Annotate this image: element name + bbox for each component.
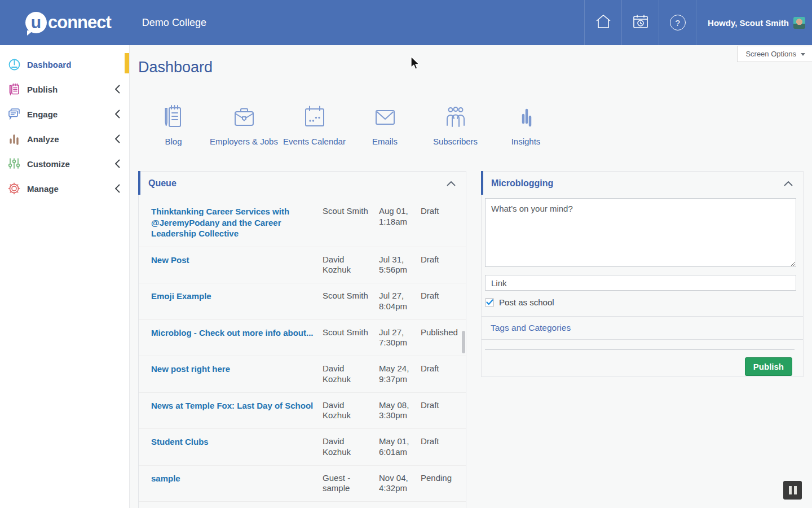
queue-scrollbar-thumb[interactable] (462, 331, 465, 353)
quicklink-label: Insights (511, 137, 541, 147)
briefcase-icon (231, 95, 258, 130)
queue-post-link[interactable]: New post right here (151, 364, 323, 375)
queue-post-author: Scout Smith (323, 291, 371, 301)
uconnect-logo[interactable]: u connect (25, 12, 111, 33)
panel-accent-bar (481, 171, 483, 195)
queue-post-date: Aug 01, 1:18am (379, 206, 413, 227)
queue-post-date: May 01, 6:01am (379, 436, 413, 458)
calendar-button[interactable] (621, 0, 659, 45)
topbar-actions: Howdy, Scout Smith (584, 0, 812, 45)
blog-icon (160, 95, 187, 130)
brand-text: connect (48, 12, 111, 33)
user-menu[interactable]: Howdy, Scout Smith (696, 0, 812, 45)
chevron-left-icon (115, 85, 120, 94)
chat-icon (7, 107, 21, 121)
queue-post-link[interactable]: Emoji Example (151, 291, 323, 302)
queue-post-date: Jul 27, 8:04pm (379, 291, 413, 312)
bar-chart-icon (7, 132, 21, 146)
queue-row: Emoji Example Scout Smith Jul 27, 8:04pm… (139, 283, 466, 319)
composer-textarea[interactable] (485, 198, 796, 267)
publish-button[interactable]: Publish (745, 357, 792, 376)
tags-and-categories-label: Tags and Categories (491, 323, 571, 332)
screen-options-button[interactable]: Screen Options (737, 46, 812, 62)
collapse-chevron-icon[interactable] (447, 181, 456, 186)
quicklink-employers-jobs[interactable]: Employers & Jobs (209, 95, 279, 147)
insights-bars-icon (513, 95, 540, 130)
quicklink-label: Employers & Jobs (210, 137, 278, 147)
sidebar-item-label: Engage (27, 110, 58, 119)
sidebar-item-manage[interactable]: Manage (0, 176, 129, 201)
queue-post-status: Draft (421, 400, 458, 410)
link-input[interactable] (485, 275, 796, 291)
post-as-school-row: Post as school (485, 297, 803, 307)
home-button[interactable] (584, 0, 621, 45)
queue-panel: Queue Thinktanking Career Services with … (138, 171, 466, 508)
panel-accent-bar (138, 171, 140, 195)
chevron-left-icon (115, 184, 120, 193)
queue-header: Queue (139, 172, 466, 195)
page-title: Dashboard (138, 59, 213, 76)
sidebar-item-analyze[interactable]: Analyze (0, 126, 129, 151)
sidebar-item-dashboard[interactable]: Dashboard (0, 52, 129, 77)
help-button[interactable] (659, 0, 696, 45)
envelope-icon (372, 95, 399, 130)
greeting-text: Howdy, Scout Smith (708, 18, 789, 28)
quicklink-emails[interactable]: Emails (350, 95, 420, 147)
sidebar-item-label: Publish (27, 85, 58, 94)
queue-title: Queue (148, 178, 176, 189)
queue-post-link[interactable]: Thinktanking Career Services with @Jerem… (151, 206, 323, 239)
publish-row: Publish (482, 350, 803, 376)
quicklink-blog[interactable]: Blog (138, 95, 209, 147)
school-name: Demo College (142, 17, 206, 29)
queue-post-author: David Kozhuk (323, 436, 371, 458)
chevron-left-icon (115, 134, 120, 143)
quicklink-label: Subscribers (433, 137, 478, 147)
quicklink-subscribers[interactable]: Subscribers (420, 95, 491, 147)
main-content: Screen Options Dashboard Blog (130, 45, 812, 508)
sidebar-item-engage[interactable]: Engage (0, 102, 129, 126)
sidebar-item-label: Manage (27, 184, 59, 194)
quicklink-events-calendar[interactable]: Events Calendar (279, 95, 350, 147)
queue-post-author: David Kozhuk (323, 255, 371, 276)
queue-post-link[interactable]: Student Clubs (151, 436, 323, 448)
pause-icon (789, 486, 792, 494)
people-icon (442, 95, 469, 130)
queue-post-author: David Kozhuk (323, 364, 371, 385)
home-icon (595, 14, 612, 32)
queue-row: sample Guest - sample Nov 04, 4:32pm Pen… (139, 465, 466, 502)
queue-post-link[interactable]: sample (151, 473, 323, 484)
chevron-left-icon (115, 159, 120, 168)
quicklink-insights[interactable]: Insights (491, 95, 561, 147)
queue-post-date: May 08, 3:30pm (379, 400, 413, 422)
queue-post-author: Scout Smith (323, 327, 371, 338)
queue-row: New post right here David Kozhuk May 24,… (139, 356, 466, 392)
queue-post-link[interactable]: News at Temple Fox: Last Day of School (151, 400, 323, 411)
queue-post-status: Draft (421, 291, 458, 300)
collapse-chevron-icon[interactable] (784, 181, 793, 186)
sidebar-item-label: Analyze (27, 134, 59, 144)
microblogging-title: Microblogging (491, 178, 553, 189)
sidebar-item-publish[interactable]: Publish (0, 77, 129, 102)
queue-post-status: Pending (421, 473, 458, 483)
gauge-icon (7, 58, 21, 71)
queue-post-status: Draft (421, 364, 458, 373)
queue-post-link[interactable]: New Post (151, 255, 323, 266)
queue-row: News at Temple Fox: Last Day of School D… (139, 392, 466, 429)
microblogging-panel: Microblogging Post as school Tags and Ca… (481, 171, 804, 377)
queue-post-status: Draft (421, 436, 458, 446)
queue-post-date: Jul 27, 7:30pm (379, 327, 413, 349)
tags-and-categories-toggle[interactable]: Tags and Categories (482, 316, 803, 340)
queue-row: New Post David Kozhuk Jul 31, 5:56pm Dra… (139, 247, 466, 283)
caret-down-icon (801, 53, 805, 56)
queue-rows: Thinktanking Career Services with @Jerem… (139, 195, 466, 508)
queue-post-author: Scout Smith (323, 206, 371, 217)
events-calendar-icon (301, 95, 328, 130)
notepad-icon (7, 82, 21, 96)
sidebar-item-customize[interactable]: Customize (0, 151, 129, 176)
pause-button[interactable] (783, 481, 802, 500)
post-as-school-checkbox[interactable] (485, 298, 494, 307)
brand-bubble: u (25, 12, 47, 33)
screen-options-label: Screen Options (745, 50, 796, 58)
queue-post-link[interactable]: Microblog - Check out more info about... (151, 327, 323, 339)
post-as-school-label[interactable]: Post as school (499, 297, 554, 307)
